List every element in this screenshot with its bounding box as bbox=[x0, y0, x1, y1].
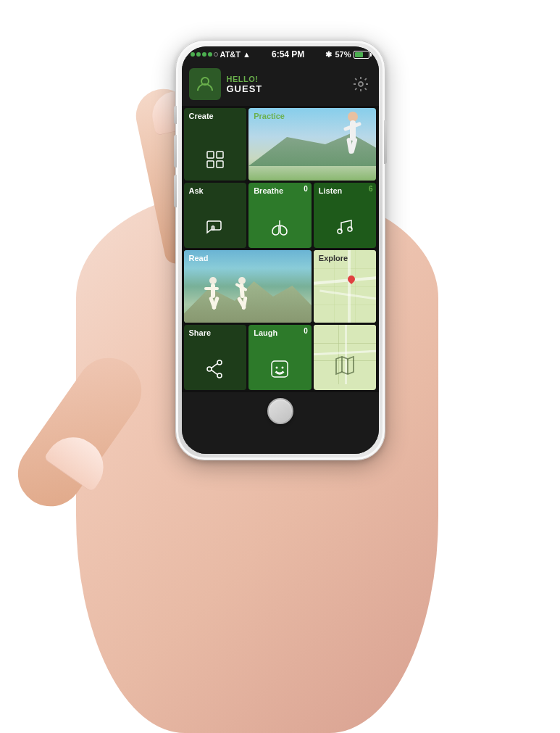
ask-icon bbox=[205, 217, 225, 242]
settings-button[interactable] bbox=[350, 73, 372, 95]
screen-bezel: AT&T ▲ 6:54 PM ✱ 57% bbox=[182, 46, 379, 454]
header-text: HELLO! GUEST bbox=[227, 75, 344, 94]
scene: AT&T ▲ 6:54 PM ✱ 57% bbox=[0, 0, 560, 733]
status-bar: AT&T ▲ 6:54 PM ✱ 57% bbox=[182, 46, 379, 62]
signal-dot-4 bbox=[208, 52, 212, 57]
breathe-label: Breathe bbox=[254, 186, 283, 195]
map-line-2 bbox=[314, 286, 377, 287]
read-label: Read bbox=[189, 254, 209, 262]
map-bottom-placeholder bbox=[314, 325, 377, 384]
tile-laugh[interactable]: Laugh 0 bbox=[248, 325, 312, 390]
share-label: Share bbox=[189, 328, 212, 337]
read-image: Read bbox=[184, 250, 312, 323]
grid-icon bbox=[205, 149, 225, 175]
tile-practice[interactable]: Practice bbox=[248, 108, 376, 181]
tile-read[interactable]: Read bbox=[184, 250, 312, 323]
map-line-1 bbox=[314, 268, 377, 269]
avatar-box[interactable] bbox=[189, 68, 221, 100]
carrier-label: AT&T bbox=[220, 50, 241, 59]
time-label: 6:54 PM bbox=[272, 49, 304, 59]
svg-rect-3 bbox=[217, 152, 223, 158]
explore-label: Explore bbox=[319, 254, 348, 262]
app-grid: Create bbox=[182, 106, 379, 392]
svg-point-11 bbox=[207, 367, 212, 371]
signal-dot-1 bbox=[191, 52, 195, 57]
music-icon bbox=[335, 217, 355, 242]
yoga-fig-2 bbox=[231, 277, 260, 317]
power-button bbox=[384, 120, 387, 164]
tile-create[interactable]: Create bbox=[184, 108, 247, 181]
battery-icon bbox=[354, 51, 369, 59]
road-1 bbox=[314, 276, 377, 285]
signal-dot-3 bbox=[202, 52, 206, 57]
phone-shell: AT&T ▲ 6:54 PM ✱ 57% bbox=[175, 40, 385, 460]
listen-label: Listen bbox=[319, 186, 342, 195]
app-header[interactable]: HELLO! GUEST bbox=[182, 62, 379, 106]
map-icon-wrapper bbox=[334, 355, 356, 378]
practice-label: Practice bbox=[254, 112, 285, 120]
road-3 bbox=[348, 250, 351, 323]
hello-text: HELLO! bbox=[227, 75, 344, 83]
volume-up-button bbox=[174, 135, 177, 167]
create-label: Create bbox=[189, 112, 214, 120]
map-fold-icon bbox=[334, 355, 356, 376]
arms1 bbox=[204, 287, 219, 290]
bluetooth-icon: ✱ bbox=[325, 50, 332, 59]
svg-rect-2 bbox=[207, 152, 214, 158]
svg-point-10 bbox=[217, 373, 222, 378]
phone: AT&T ▲ 6:54 PM ✱ 57% bbox=[175, 40, 385, 460]
lungs-icon bbox=[269, 217, 290, 242]
ask-label: Ask bbox=[189, 186, 204, 195]
signal-dot-2 bbox=[196, 52, 201, 57]
signal-dots bbox=[191, 52, 218, 57]
yoga-figure bbox=[329, 112, 365, 170]
breathe-badge: 0 bbox=[304, 185, 308, 193]
svg-point-1 bbox=[359, 82, 363, 86]
tile-ask[interactable]: Ask bbox=[184, 183, 247, 248]
home-button-area bbox=[182, 392, 379, 428]
laugh-icon bbox=[269, 359, 290, 384]
person-icon bbox=[196, 75, 214, 94]
share-icon bbox=[205, 359, 225, 384]
svg-point-9 bbox=[217, 360, 222, 365]
laugh-badge: 0 bbox=[304, 327, 308, 335]
map-line-3 bbox=[314, 305, 377, 305]
map-line-5 bbox=[355, 250, 356, 323]
laugh-label: Laugh bbox=[254, 328, 277, 337]
gear-icon bbox=[352, 75, 369, 93]
status-right: ✱ 57% bbox=[325, 50, 369, 59]
signal-dot-5 bbox=[214, 52, 218, 57]
listen-badge: 6 bbox=[369, 185, 373, 193]
svg-rect-5 bbox=[217, 161, 223, 167]
volume-down-button bbox=[174, 175, 177, 207]
guest-label: GUEST bbox=[227, 83, 344, 94]
status-left: AT&T ▲ bbox=[191, 50, 251, 59]
battery-fill bbox=[355, 52, 362, 57]
wifi-icon: ▲ bbox=[243, 50, 251, 59]
yoga-fig-1 bbox=[198, 277, 227, 317]
battery-percent: 57% bbox=[335, 50, 351, 59]
svg-line-13 bbox=[212, 370, 217, 374]
tile-share[interactable]: Share bbox=[184, 325, 247, 390]
tile-explore[interactable]: Explore bbox=[314, 250, 377, 323]
home-button[interactable] bbox=[267, 398, 293, 424]
tile-breathe[interactable]: Breathe 0 bbox=[248, 183, 312, 248]
svg-rect-4 bbox=[207, 161, 214, 167]
tile-listen[interactable]: Listen 6 bbox=[314, 183, 377, 248]
app-screen: HELLO! GUEST bbox=[182, 62, 379, 454]
svg-line-12 bbox=[212, 363, 217, 368]
map-placeholder: Explore bbox=[314, 250, 377, 323]
tile-explore-bottom[interactable] bbox=[314, 325, 377, 390]
mute-button bbox=[174, 106, 177, 124]
leg2b bbox=[241, 297, 247, 310]
